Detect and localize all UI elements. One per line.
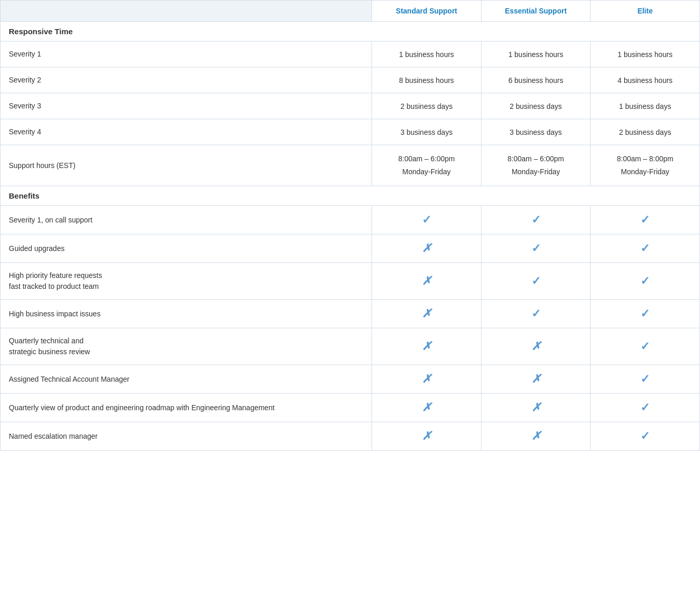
feature-label: Named escalation manager	[1, 422, 372, 451]
check-icon: ✓	[422, 213, 431, 226]
check-icon: ✓	[640, 401, 650, 414]
essential-icon: ✗	[481, 422, 591, 451]
cross-icon: ✗	[531, 340, 541, 353]
check-icon: ✓	[531, 242, 541, 255]
elite-value: 1 business hours	[591, 41, 700, 67]
standard-value: 8:00am – 6:00pmMonday-Friday	[372, 145, 482, 186]
table-row: Severity 3 2 business days 2 business da…	[1, 93, 700, 119]
cross-icon: ✗	[531, 429, 541, 442]
check-icon: ✓	[640, 372, 650, 385]
essential-icon: ✓	[481, 300, 591, 328]
cross-icon: ✗	[422, 307, 431, 320]
essential-value: 6 business hours	[481, 67, 591, 93]
section-header-label: Benefits	[1, 186, 700, 206]
table-row: High business impact issues ✗ ✓ ✓	[1, 300, 700, 328]
essential-icon: ✗	[481, 328, 591, 365]
table-row: Severity 2 8 business hours 6 business h…	[1, 67, 700, 93]
check-icon: ✓	[640, 274, 650, 287]
elite-icon: ✓	[591, 206, 700, 234]
header-standard-support: Standard Support	[372, 1, 482, 22]
standard-icon: ✗	[372, 394, 482, 422]
essential-icon: ✓	[481, 206, 591, 234]
feature-label: Severity 3	[1, 93, 372, 119]
feature-label: Severity 1, on call support	[1, 206, 372, 234]
elite-icon: ✓	[591, 300, 700, 328]
standard-value: 8 business hours	[372, 67, 482, 93]
feature-label: Support hours (EST)	[1, 145, 372, 186]
elite-value: 2 business days	[591, 119, 700, 145]
feature-label: Quarterly technical andstrategic busines…	[1, 328, 372, 365]
elite-icon: ✓	[591, 234, 700, 263]
elite-value: 1 business days	[591, 93, 700, 119]
essential-icon: ✓	[481, 263, 591, 300]
check-icon: ✓	[640, 213, 650, 226]
essential-value: 2 business days	[481, 93, 591, 119]
header-elite: Elite	[591, 1, 700, 22]
elite-value: 8:00am – 8:00pmMonday-Friday	[591, 145, 700, 186]
feature-label: Assigned Technical Account Manager	[1, 365, 372, 394]
feature-label: Severity 1	[1, 41, 372, 67]
feature-label: Guided upgrades	[1, 234, 372, 263]
cross-icon: ✗	[422, 401, 431, 414]
check-icon: ✓	[531, 307, 541, 320]
table-row: High priority feature requestsfast track…	[1, 263, 700, 300]
essential-icon: ✗	[481, 365, 591, 394]
standard-icon: ✗	[372, 422, 482, 451]
feature-label: High business impact issues	[1, 300, 372, 328]
check-icon: ✓	[640, 307, 650, 320]
table-row: Severity 4 3 business days 3 business da…	[1, 119, 700, 145]
standard-value: 1 business hours	[372, 41, 482, 67]
cross-icon: ✗	[531, 372, 541, 385]
header-empty	[1, 1, 372, 22]
standard-value: 2 business days	[372, 93, 482, 119]
essential-icon: ✗	[481, 394, 591, 422]
check-icon: ✓	[640, 340, 650, 353]
cross-icon: ✗	[531, 401, 541, 414]
table-row: Guided upgrades ✗ ✓ ✓	[1, 234, 700, 263]
standard-icon: ✗	[372, 365, 482, 394]
essential-value: 8:00am – 6:00pmMonday-Friday	[481, 145, 591, 186]
cross-icon: ✗	[422, 372, 431, 385]
standard-icon: ✗	[372, 328, 482, 365]
check-icon: ✓	[640, 242, 650, 255]
check-icon: ✓	[640, 429, 650, 442]
standard-icon: ✗	[372, 300, 482, 328]
table-row: Named escalation manager ✗ ✗ ✓	[1, 422, 700, 451]
section-header-label: Responsive Time	[1, 22, 700, 41]
essential-value: 1 business hours	[481, 41, 591, 67]
cross-icon: ✗	[422, 242, 431, 255]
feature-label: High priority feature requestsfast track…	[1, 263, 372, 300]
comparison-table: Standard Support Essential Support Elite…	[0, 0, 700, 451]
elite-icon: ✓	[591, 263, 700, 300]
cross-icon: ✗	[422, 429, 431, 442]
table-row: Quarterly technical andstrategic busines…	[1, 328, 700, 365]
feature-label: Severity 4	[1, 119, 372, 145]
elite-icon: ✓	[591, 394, 700, 422]
cross-icon: ✗	[422, 274, 431, 287]
cross-icon: ✗	[422, 340, 431, 353]
standard-icon: ✗	[372, 263, 482, 300]
check-icon: ✓	[531, 274, 541, 287]
essential-value: 3 business days	[481, 119, 591, 145]
table-row: Severity 1 1 business hours 1 business h…	[1, 41, 700, 67]
section-header-row: Benefits	[1, 186, 700, 206]
table-row: Support hours (EST) 8:00am – 6:00pmMonda…	[1, 145, 700, 186]
elite-icon: ✓	[591, 328, 700, 365]
essential-icon: ✓	[481, 234, 591, 263]
standard-icon: ✗	[372, 234, 482, 263]
feature-label: Severity 2	[1, 67, 372, 93]
header-essential-support: Essential Support	[481, 1, 591, 22]
feature-label: Quarterly view of product and engineerin…	[1, 394, 372, 422]
section-header-row: Responsive Time	[1, 22, 700, 41]
elite-value: 4 business hours	[591, 67, 700, 93]
standard-icon: ✓	[372, 206, 482, 234]
table-row: Assigned Technical Account Manager ✗ ✗ ✓	[1, 365, 700, 394]
elite-icon: ✓	[591, 365, 700, 394]
table-row: Severity 1, on call support ✓ ✓ ✓	[1, 206, 700, 234]
standard-value: 3 business days	[372, 119, 482, 145]
table-row: Quarterly view of product and engineerin…	[1, 394, 700, 422]
check-icon: ✓	[531, 213, 541, 226]
elite-icon: ✓	[591, 422, 700, 451]
